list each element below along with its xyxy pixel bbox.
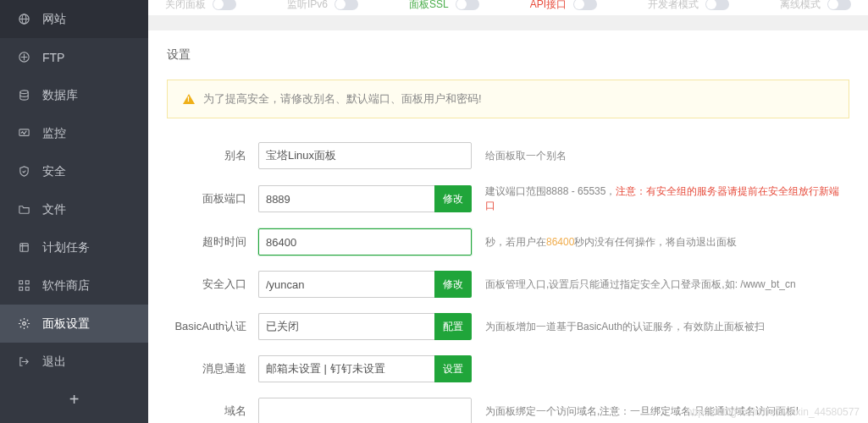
top-toggle-bar: 关闭面板 监听IPv6 面板SSL API接口 开发者模式 离线模式 (148, 0, 868, 15)
sidebar-item-monitor[interactable]: 监控 (0, 114, 148, 152)
logout-icon (17, 355, 30, 369)
input-timeout[interactable] (258, 228, 472, 255)
hint-entry: 面板管理入口,设置后只能通过指定安全入口登录面板,如: /www_bt_cn (485, 277, 796, 292)
folder-icon (17, 203, 30, 217)
svg-rect-10 (25, 287, 29, 290)
sidebar-item-label: FTP (42, 51, 64, 64)
input-domain[interactable] (258, 398, 472, 423)
warning-banner: 为了提高安全，请修改别名、默认端口、面板用户和密码! (167, 80, 849, 118)
shield-icon (17, 165, 30, 179)
label-message: 消息通道 (167, 361, 258, 376)
sidebar-item-label: 网站 (42, 12, 66, 27)
input-alias[interactable] (258, 142, 472, 169)
input-basicauth[interactable] (258, 313, 434, 340)
svg-rect-8 (25, 281, 29, 284)
label-domain: 域名 (167, 404, 258, 419)
label-port: 面板端口 (167, 191, 258, 206)
row-port: 面板端口 修改 建议端口范围8888 - 65535，注意：有安全组的服务器请提… (167, 184, 849, 213)
label-alias: 别名 (167, 148, 258, 163)
sidebar-item-security[interactable]: 安全 (0, 152, 148, 190)
toggle-label: API接口 (530, 0, 567, 12)
sidebar-item-label: 安全 (42, 164, 66, 179)
toggle-switch[interactable] (213, 0, 236, 10)
hint-basicauth: 为面板增加一道基于BasicAuth的认证服务，有效防止面板被扫 (485, 320, 765, 334)
hint-timeout: 秒，若用户在86400秒内没有任何操作，将自动退出面板 (485, 235, 737, 250)
warning-icon (183, 94, 195, 104)
basicauth-config-button[interactable]: 配置 (434, 313, 472, 340)
ftp-icon (17, 51, 30, 64)
sidebar: 网站 FTP 数据库 监控 安全 (0, 0, 148, 423)
label-timeout: 超时时间 (167, 234, 258, 250)
sidebar-item-settings[interactable]: 面板设置 (0, 305, 148, 343)
toggle-label: 面板SSL (409, 0, 449, 12)
sidebar-item-logout[interactable]: 退出 (0, 343, 148, 381)
port-modify-button[interactable]: 修改 (434, 185, 472, 212)
hint-alias: 给面板取一个别名 (485, 149, 567, 163)
entry-modify-button[interactable]: 修改 (434, 271, 472, 298)
sidebar-item-software[interactable]: 软件商店 (0, 266, 148, 305)
sidebar-item-ftp[interactable]: FTP (0, 38, 148, 76)
toggle-label: 关闭面板 (165, 0, 206, 12)
monitor-icon (17, 127, 30, 140)
sidebar-item-label: 数据库 (42, 88, 78, 103)
row-entry: 安全入口 修改 面板管理入口,设置后只能通过指定安全入口登录面板,如: /www… (167, 271, 849, 298)
message-set-button[interactable]: 设置 (434, 355, 472, 382)
sidebar-item-label: 监控 (42, 126, 66, 141)
sidebar-add-button[interactable]: + (0, 381, 148, 418)
toggle-label: 开发者模式 (648, 0, 699, 12)
app-icon (17, 279, 30, 293)
sidebar-item-label: 面板设置 (42, 316, 90, 332)
sidebar-item-cron[interactable]: 计划任务 (0, 228, 148, 266)
warning-text: 为了提高安全，请修改别名、默认端口、面板用户和密码! (203, 91, 482, 107)
sidebar-item-database[interactable]: 数据库 (0, 76, 148, 114)
svg-point-11 (22, 322, 25, 326)
svg-rect-9 (19, 287, 22, 290)
hint-domain: 为面板绑定一个访问域名,注意：一旦绑定域名,只能通过域名访问面板! (485, 404, 799, 419)
gear-icon (17, 317, 30, 331)
input-message[interactable] (258, 355, 434, 382)
input-port[interactable] (258, 185, 434, 212)
row-alias: 别名 给面板取一个别名 (167, 142, 849, 169)
settings-panel: 设置 为了提高安全，请修改别名、默认端口、面板用户和密码! 别名 给面板取一个别… (148, 30, 868, 423)
svg-rect-6 (19, 244, 27, 251)
toggle-switch[interactable] (573, 0, 597, 10)
toggle-switch[interactable] (334, 0, 358, 10)
task-icon (17, 241, 30, 255)
row-basicauth: BasicAuth认证 配置 为面板增加一道基于BasicAuth的认证服务，有… (167, 313, 849, 340)
panel-title: 设置 (167, 47, 849, 63)
database-icon (17, 89, 30, 102)
main-content: 关闭面板 监听IPv6 面板SSL API接口 开发者模式 离线模式 设置 为了… (148, 0, 868, 423)
svg-rect-7 (19, 281, 22, 284)
input-entry[interactable] (258, 271, 434, 298)
sidebar-item-label: 退出 (42, 354, 66, 370)
svg-point-4 (19, 91, 27, 94)
sidebar-item-label: 软件商店 (42, 278, 90, 294)
globe-icon (17, 13, 30, 26)
toggle-switch[interactable] (456, 0, 479, 10)
hint-port: 建议端口范围8888 - 65535，注意：有安全组的服务器请提前在安全组放行新… (485, 184, 849, 213)
label-basicauth: BasicAuth认证 (167, 319, 258, 334)
toggle-switch[interactable] (827, 0, 851, 10)
sidebar-item-label: 计划任务 (42, 240, 90, 255)
toggle-switch[interactable] (705, 0, 729, 10)
row-domain: 域名 为面板绑定一个访问域名,注意：一旦绑定域名,只能通过域名访问面板! (167, 398, 849, 423)
toggle-label: 监听IPv6 (287, 0, 328, 12)
row-timeout: 超时时间 秒，若用户在86400秒内没有任何操作，将自动退出面板 (167, 228, 849, 255)
row-message: 消息通道 设置 (167, 355, 849, 382)
sidebar-item-website[interactable]: 网站 (0, 0, 148, 38)
toggle-label: 离线模式 (780, 0, 821, 12)
sidebar-item-label: 文件 (42, 202, 66, 217)
label-entry: 安全入口 (167, 277, 258, 292)
sidebar-item-files[interactable]: 文件 (0, 190, 148, 228)
